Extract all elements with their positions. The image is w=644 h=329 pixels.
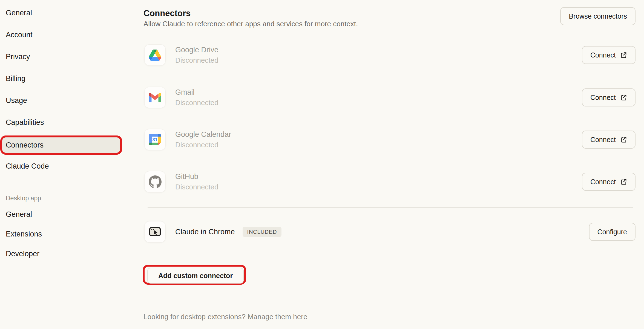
google-drive-icon bbox=[144, 44, 166, 66]
connector-status: Disconnected bbox=[175, 56, 219, 64]
annotation-add-custom-connector: Add custom connector bbox=[143, 265, 246, 285]
page-title: Connectors bbox=[143, 8, 191, 18]
claude-in-chrome-icon bbox=[144, 221, 166, 243]
google-calendar-icon: 31 bbox=[144, 129, 166, 150]
browse-connectors-label: Browse connectors bbox=[569, 12, 627, 20]
connect-button-gmail[interactable]: Connect bbox=[582, 88, 636, 106]
connect-button-github[interactable]: Connect bbox=[582, 173, 636, 191]
add-custom-connector-button[interactable]: Add custom connector bbox=[147, 268, 244, 284]
section-divider bbox=[148, 207, 633, 208]
sidebar-item-claude-code[interactable]: Claude Code bbox=[2, 158, 120, 175]
sidebar-item-general[interactable]: General bbox=[2, 4, 120, 22]
sidebar-item-usage[interactable]: Usage bbox=[2, 92, 120, 109]
sidebar-item-connectors[interactable]: Connectors bbox=[6, 137, 44, 153]
browse-connectors-button[interactable]: Browse connectors bbox=[560, 7, 636, 25]
connect-button-google-calendar[interactable]: Connect bbox=[582, 131, 636, 149]
configure-button-claude-in-chrome[interactable]: Configure bbox=[589, 223, 636, 241]
connector-row-gmail: Gmail Disconnected bbox=[144, 87, 219, 108]
annotation-connectors-highlight: Connectors bbox=[0, 135, 122, 155]
sidebar-item-privacy[interactable]: Privacy bbox=[2, 48, 120, 65]
sidebar-item-desktop-developer[interactable]: Developer bbox=[2, 246, 120, 262]
manage-extensions-link[interactable]: here bbox=[293, 313, 307, 321]
connector-name: Google Calendar bbox=[175, 130, 231, 138]
connector-status: Disconnected bbox=[175, 183, 219, 191]
sidebar-item-desktop-general[interactable]: General bbox=[2, 206, 120, 223]
connector-status: Disconnected bbox=[175, 141, 231, 149]
connect-button-label: Connect bbox=[590, 136, 616, 144]
connector-name: Google Drive bbox=[175, 46, 219, 54]
connector-status: Disconnected bbox=[175, 99, 219, 107]
footer-note: Looking for desktop extensions? Manage t… bbox=[143, 313, 307, 321]
sidebar-item-desktop-extensions[interactable]: Extensions bbox=[2, 226, 120, 242]
external-link-icon bbox=[620, 51, 627, 59]
sidebar-section-desktop-app: Desktop app bbox=[6, 194, 41, 202]
sidebar-item-capabilities[interactable]: Capabilities bbox=[2, 114, 120, 131]
connector-row-claude-in-chrome: Claude in Chrome INCLUDED bbox=[144, 221, 281, 243]
settings-connectors-page: General Account Privacy Billing Usage Ca… bbox=[0, 0, 644, 329]
github-icon bbox=[144, 171, 166, 192]
external-link-icon bbox=[620, 178, 627, 185]
sidebar-item-account[interactable]: Account bbox=[2, 26, 120, 44]
footer-text: Looking for desktop extensions? Manage t… bbox=[143, 313, 293, 321]
included-badge: INCLUDED bbox=[243, 227, 282, 237]
connector-name: GitHub bbox=[175, 172, 219, 181]
sidebar-item-billing[interactable]: Billing bbox=[2, 70, 120, 87]
connect-button-google-drive[interactable]: Connect bbox=[582, 46, 636, 64]
gmail-icon bbox=[144, 87, 166, 108]
connector-row-github: GitHub Disconnected bbox=[144, 171, 219, 192]
connect-button-label: Connect bbox=[590, 94, 616, 102]
external-link-icon bbox=[620, 136, 627, 143]
configure-button-label: Configure bbox=[597, 228, 627, 236]
connector-row-google-calendar: 31 Google Calendar Disconnected bbox=[144, 129, 231, 150]
external-link-icon bbox=[620, 94, 627, 101]
connect-button-label: Connect bbox=[590, 178, 616, 186]
connector-name: Gmail bbox=[175, 88, 219, 96]
page-subtitle: Allow Claude to reference other apps and… bbox=[143, 20, 358, 28]
connect-button-label: Connect bbox=[590, 51, 616, 59]
svg-text:31: 31 bbox=[152, 137, 158, 142]
connector-name: Claude in Chrome bbox=[175, 228, 235, 236]
connector-row-google-drive: Google Drive Disconnected bbox=[144, 44, 219, 66]
